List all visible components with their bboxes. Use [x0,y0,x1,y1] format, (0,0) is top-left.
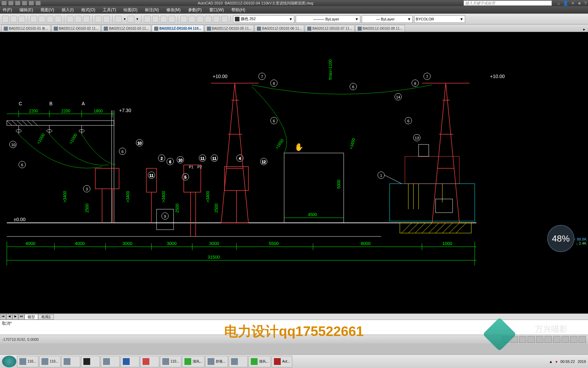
help-icon[interactable]: ? [584,1,587,6]
doc-tab[interactable]: BA02011Z-D0102-02 11... [51,25,101,32]
chevron-down-icon[interactable]: ▼ [123,17,126,21]
markup-icon[interactable] [213,16,220,22]
lwt-toggle[interactable] [570,336,577,343]
last-tab-icon[interactable]: ⏭ [18,314,24,320]
start-button[interactable] [2,356,16,367]
menu-help[interactable]: 帮助(H) [231,7,245,13]
task-item[interactable]: 群视... [205,356,228,367]
menu-param[interactable]: 参数(P) [188,7,202,13]
osnap-toggle[interactable] [536,336,543,343]
task-item[interactable]: Aut... [272,356,292,367]
task-item[interactable]: 110... [39,356,61,367]
task-item[interactable] [229,356,248,367]
paste-icon[interactable] [83,16,90,22]
doc-tab[interactable]: BA02011Z-D0102-08 11... [355,25,405,32]
first-tab-icon[interactable]: ⏮ [0,314,6,320]
publish-icon[interactable] [47,16,53,22]
tabs-overflow-icon[interactable]: ▸ [582,27,587,32]
qp-toggle[interactable] [578,336,586,343]
task-item[interactable] [140,356,159,367]
calc-icon[interactable] [221,16,228,22]
svg-text:5000: 5000 [337,180,341,189]
task-item[interactable] [81,356,100,367]
task-item[interactable] [120,356,140,367]
task-item[interactable] [61,356,80,367]
save-icon[interactable] [15,1,20,5]
chevron-down-icon[interactable]: ▼ [136,17,139,21]
otrack-toggle[interactable] [544,336,552,343]
ducs-toggle[interactable] [553,336,560,343]
tpalette-icon[interactable] [197,16,203,22]
menu-tools[interactable]: 工具(T) [103,7,116,13]
tray-icon[interactable]: ▲ [549,359,553,364]
redo-icon[interactable] [29,1,34,5]
match-icon[interactable] [95,16,102,22]
new-doc-icon[interactable] [2,16,9,22]
task-item[interactable] [101,356,120,367]
menu-dimension[interactable]: 标注(N) [145,7,159,13]
preview-icon[interactable] [38,16,45,22]
menu-window[interactable]: 窗口(W) [209,7,224,13]
doc-tab[interactable]: BA02011Z-D0102-07 11... [305,25,355,32]
undo-btn[interactable] [115,16,122,22]
redo-btn[interactable] [128,16,134,22]
undo-icon[interactable] [22,1,27,5]
copy-icon[interactable] [75,16,82,22]
print-icon[interactable] [35,1,41,5]
svg-text:P2: P2 [197,165,202,169]
watermark-text: 电力设计qq175522661 [224,322,363,341]
doc-tab-active[interactable]: BA02011Z-D0102-04 110... [152,25,203,32]
system-tray[interactable]: ▲ ● 00:55:22 2019 [549,359,586,364]
plot-icon[interactable] [30,16,37,22]
block-icon[interactable] [103,16,110,22]
svg-text:2200: 2200 [29,109,38,113]
dcenter-icon[interactable] [189,16,195,22]
lineweight-dropdown[interactable]: — ByLayer▼ [362,15,413,23]
sign-in-icon[interactable]: 👤 [563,1,568,6]
save-doc-icon[interactable] [18,16,25,22]
task-item[interactable]: 110... [160,356,181,367]
polar-toggle[interactable] [527,336,535,343]
task-item[interactable]: 清风... [182,356,205,367]
doc-tab[interactable]: BA02011Z-D0102-01 卷... [1,25,51,32]
props-icon[interactable] [180,16,187,22]
search-input[interactable]: 键入关键字或短语 [463,0,552,6]
next-tab-icon[interactable]: ▶ [12,314,18,320]
open-icon[interactable] [8,1,14,5]
dyn-toggle[interactable] [561,336,569,343]
menu-modify[interactable]: 修改(M) [166,7,181,13]
new-icon[interactable] [1,1,7,5]
color-dropdown[interactable]: 颜色 252▼ [233,15,294,23]
model-tab[interactable]: 模型 [24,314,38,320]
sheet-icon[interactable] [205,16,212,22]
doc-tab[interactable]: BA02011Z-D0102-06 11... [255,25,304,32]
zoom-rt-icon[interactable] [152,16,159,22]
task-item[interactable]: 清风... [248,356,271,367]
exchange-icon[interactable]: ✕ [571,1,575,6]
svg-text:5: 5 [184,175,186,179]
task-item[interactable]: 110... [17,356,38,367]
3d-icon[interactable] [55,16,62,22]
menu-draw[interactable]: 绘图(D) [124,7,137,13]
menu-insert[interactable]: 插入(I) [62,7,74,13]
cut-icon[interactable] [67,16,74,22]
linetype-dropdown[interactable]: ——— ByLayer▼ [296,15,360,23]
svg-text:3: 3 [86,187,88,191]
zoom-win-icon[interactable] [160,16,167,22]
doc-tab[interactable]: BA02011Z-D0102-03 11... [101,25,151,32]
prev-tab-icon[interactable]: ◀ [6,314,12,320]
layout1-tab[interactable]: 布局1 [38,314,54,320]
favorite-icon[interactable]: ★ [577,1,582,6]
menu-file[interactable]: 件(F) [3,7,12,13]
open-doc-icon[interactable] [10,16,17,22]
pan-icon[interactable] [144,16,151,22]
drawing-canvas[interactable]: ±0.00 +7.30 C B A 2200 2200 1800 10 6 3 … [0,32,588,313]
menu-view[interactable]: 视图(V) [40,7,54,13]
ortho-toggle[interactable] [519,336,526,343]
menu-format[interactable]: 格式(O) [81,7,95,13]
menu-edit[interactable]: 编辑(E) [19,7,33,13]
search-icon[interactable]: ⌕ [557,1,560,6]
doc-tab[interactable]: BA02011Z-D0102-05 11... [205,25,254,32]
zoom-prev-icon[interactable] [168,16,175,22]
plotstyle-dropdown[interactable]: BYCOLOR▼ [414,15,465,23]
